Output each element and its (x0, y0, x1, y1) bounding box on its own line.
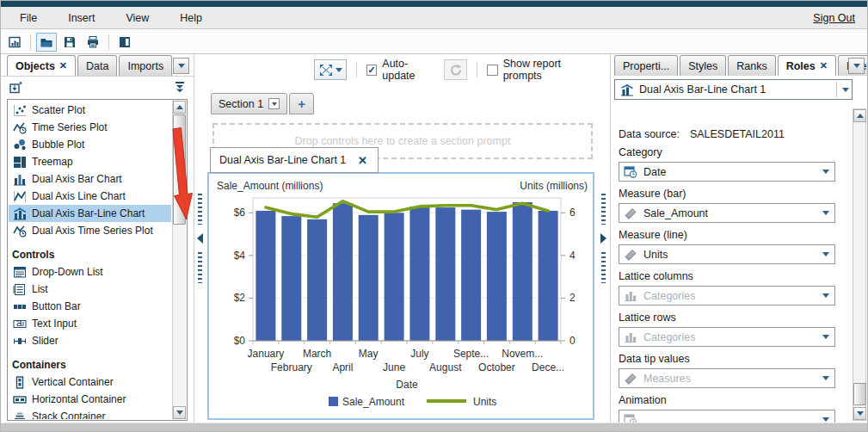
menu-help[interactable]: Help (180, 12, 202, 24)
sign-out-link[interactable]: Sign Out (813, 12, 855, 24)
role-dropdown-lattice-rows[interactable]: Categories (619, 327, 835, 347)
bar-march[interactable] (307, 219, 327, 341)
objects-scrollbar[interactable] (172, 101, 186, 419)
object-item-button-bar[interactable]: Button Bar (9, 298, 171, 315)
tab-imports[interactable]: Imports (119, 55, 172, 76)
bar-february[interactable] (281, 216, 301, 341)
section-header-controls: Controls (9, 246, 171, 263)
auto-update-checkbox[interactable]: ✓ (366, 65, 377, 76)
scroll-down-icon[interactable] (853, 407, 866, 420)
tab-overflow-button[interactable] (848, 58, 865, 74)
object-item-dual-axis-bar-line-chart[interactable]: Dual Axis Bar-Line Chart (9, 205, 171, 222)
tab-ranks[interactable]: Ranks (728, 55, 775, 76)
bar-october[interactable] (487, 212, 507, 341)
collapse-right-icon[interactable] (600, 233, 606, 244)
tab-objects[interactable]: Objects ✕ (7, 55, 76, 76)
role-label: Measure (bar) (619, 187, 835, 201)
object-item-list[interactable]: List (9, 281, 171, 298)
role-dropdown-measure-line-[interactable]: Units (619, 244, 835, 264)
drag-handle-icon[interactable] (198, 194, 202, 225)
stack-container-icon (12, 410, 27, 420)
object-item-text-input[interactable]: aText Input (9, 315, 171, 332)
object-item-scatter-plot[interactable]: Scatter Plot (9, 102, 171, 119)
tab-data-label: Data (86, 60, 108, 72)
role-dropdown-animation[interactable] (619, 410, 835, 423)
tab-styles[interactable]: Styles (680, 55, 726, 76)
auto-update-row: ✓ Auto-update (366, 58, 437, 82)
scroll-thumb[interactable] (173, 114, 186, 225)
tab-overflow-button[interactable] (173, 58, 189, 74)
panel-toggle-button[interactable] (114, 33, 135, 52)
fit-to-screen-button[interactable] (314, 59, 347, 80)
menu-file[interactable]: File (20, 12, 37, 24)
refresh-button[interactable] (444, 59, 467, 80)
object-item-time-series-plot[interactable]: Time Series Plot (9, 119, 171, 136)
drag-handle-icon[interactable] (601, 252, 606, 283)
close-icon[interactable]: ✕ (820, 60, 828, 71)
save-button[interactable] (59, 33, 80, 52)
object-item-horizontal-container[interactable]: Horizontal Container (9, 391, 171, 408)
import-object-icon[interactable] (8, 81, 22, 94)
roles-scrollbar[interactable] (853, 108, 866, 421)
bar-january[interactable] (255, 211, 275, 341)
new-report-button[interactable] (4, 33, 25, 52)
dual-axis-bar-line-chart[interactable]: Sale_Amount (millions)Units (millions)$0… (207, 172, 594, 420)
bar-september[interactable] (461, 210, 481, 341)
object-item-slider[interactable]: Slider (9, 332, 171, 349)
scroll-thumb[interactable] (853, 383, 866, 405)
show-report-prompts-checkbox[interactable] (487, 65, 497, 76)
chart-object-tab[interactable]: Dual Axis Bar-Line Chart 1 ✕ (210, 147, 379, 173)
chevron-down-icon (178, 64, 185, 68)
left-splitter[interactable] (194, 54, 206, 423)
object-item-stack-container[interactable]: Stack Container (9, 408, 171, 419)
right-splitter[interactable] (597, 54, 610, 423)
role-dropdown-measure-bar-[interactable]: Sale_Amount (619, 203, 835, 223)
object-item-treemap[interactable]: Treemap (9, 153, 171, 170)
button-bar-icon (12, 300, 27, 313)
print-button[interactable] (83, 33, 103, 52)
scroll-up-icon[interactable] (853, 109, 866, 122)
scroll-down-icon[interactable] (173, 406, 186, 419)
bar-june[interactable] (385, 213, 404, 341)
data-source-value: SALESDETAIL2011 (690, 128, 785, 140)
object-item-dual-axis-time-series-plot[interactable]: Dual Axis Time Series Plot (9, 222, 171, 239)
measure-icon (623, 207, 637, 219)
object-item-drop-down-list[interactable]: Drop-Down List (9, 263, 171, 281)
section-menu-icon[interactable] (268, 98, 280, 109)
collapse-panel-icon[interactable] (172, 81, 187, 94)
object-item-bubble-plot[interactable]: Bubble Plot (9, 136, 171, 153)
show-prompts-row: Show report prompts (487, 58, 597, 82)
role-group-lattice-rows: Lattice rowsCategories (619, 311, 835, 347)
roles-content: Data source: SALESDETAIL2011 CategoryDat… (611, 108, 868, 423)
role-dropdown-data-tip-values[interactable]: Measures (619, 368, 835, 388)
tab-section-1[interactable]: Section 1 (211, 93, 287, 114)
tab-data[interactable]: Data (77, 55, 117, 76)
bar-april[interactable] (333, 203, 353, 341)
close-icon[interactable]: ✕ (358, 154, 367, 167)
add-section-tab[interactable]: + (289, 93, 314, 114)
close-icon[interactable]: ✕ (59, 60, 67, 71)
role-dropdown-category[interactable]: Date (619, 162, 835, 182)
object-selector-dropdown[interactable]: Dual Axis Bar-Line Chart 1 (614, 79, 853, 100)
collapse-left-icon[interactable] (197, 233, 203, 244)
bar-november[interactable] (513, 202, 532, 341)
tab-roles[interactable]: Roles ✕ (778, 55, 836, 76)
open-button[interactable] (36, 33, 57, 52)
bar-may[interactable] (359, 215, 379, 341)
menu-insert[interactable]: Insert (68, 12, 95, 24)
role-dropdown-lattice-columns[interactable]: Categories (619, 286, 835, 305)
drag-handle-icon[interactable] (601, 194, 606, 225)
bar-august[interactable] (435, 207, 455, 341)
menu-view[interactable]: View (126, 12, 149, 24)
object-item-label: Scatter Plot (32, 104, 85, 116)
bar-december[interactable] (539, 211, 558, 341)
drag-handle-icon[interactable] (198, 252, 202, 283)
svg-text:April: April (332, 361, 353, 373)
scroll-up-icon[interactable] (173, 101, 186, 114)
object-item-vertical-container[interactable]: Vertical Container (9, 373, 171, 391)
bar-july[interactable] (409, 207, 429, 341)
text-input-icon: a (12, 318, 27, 330)
object-item-dual-axis-line-chart[interactable]: Dual Axis Line Chart (9, 188, 171, 205)
object-item-dual-axis-bar-chart[interactable]: Dual Axis Bar Chart (9, 170, 171, 188)
tab-properties[interactable]: Properti... (614, 55, 678, 76)
